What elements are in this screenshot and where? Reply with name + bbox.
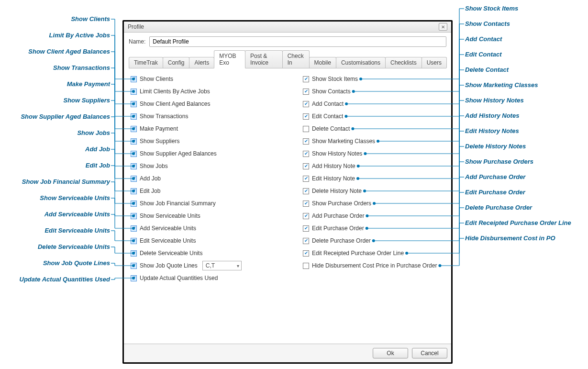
checkbox[interactable]: [131, 176, 137, 182]
checkbox[interactable]: [131, 201, 137, 207]
annotation-label: Update Actual Quantities Used: [20, 276, 111, 283]
check-row: Delete Purchase Order: [303, 235, 446, 246]
checkbox[interactable]: [303, 263, 309, 269]
tab-timetrak[interactable]: TimeTrak: [129, 57, 163, 68]
checkbox[interactable]: [303, 201, 309, 207]
checkbox-label: Show Contacts: [312, 88, 351, 95]
annotation-label: Delete Serviceable Units: [38, 243, 110, 250]
checkbox-label: Edit Serviceable Units: [140, 237, 196, 244]
annotation-label: Edit Serviceable Units: [44, 227, 110, 234]
checkbox[interactable]: [131, 89, 137, 95]
checkbox[interactable]: [131, 138, 137, 145]
checkbox[interactable]: [303, 250, 309, 257]
checkbox-label: Show Marketing Classes: [312, 138, 375, 145]
annotation-label: Edit Receipted Purchase Order Line: [465, 219, 571, 226]
checkbox[interactable]: [303, 113, 309, 120]
checkbox[interactable]: [131, 151, 137, 157]
annotation-label: Show Transactions: [53, 64, 110, 71]
checkbox[interactable]: [131, 225, 137, 232]
annotation-label: Add Job: [85, 145, 110, 153]
checkbox[interactable]: [131, 263, 137, 269]
check-row: Delete Serviceable Units: [131, 247, 274, 259]
checkbox[interactable]: [303, 151, 309, 157]
checkbox-label: Edit Job: [140, 188, 160, 194]
cancel-button[interactable]: Cancel: [412, 348, 447, 358]
check-row: Show Client Aged Balances: [131, 98, 274, 110]
check-row: Edit Receipted Purchase Order Line: [303, 247, 446, 259]
checkbox[interactable]: [131, 250, 137, 257]
checkbox-label: Show Serviceable Units: [140, 212, 200, 219]
check-row: Add Purchase Order: [303, 210, 446, 222]
checkbox-label: Show Stock Items: [312, 76, 358, 82]
checkbox[interactable]: [303, 188, 309, 194]
checkbox-label: Hide Disbursement Cost Price in Purchase…: [312, 262, 437, 269]
checkbox-label: Add Purchase Order: [312, 212, 364, 219]
check-row: Show Marketing Classes: [303, 135, 446, 147]
checkbox[interactable]: [303, 176, 309, 182]
check-row: Limit Clients By Active Jobs: [131, 86, 274, 97]
checkbox-label: Show Job Financial Summary: [140, 200, 216, 207]
tab-config[interactable]: Config: [163, 57, 190, 68]
profile-name-input[interactable]: [149, 36, 446, 47]
annotation-label: Edit Job: [86, 162, 110, 169]
check-row: Edit Contact: [303, 111, 446, 122]
checkbox[interactable]: [303, 238, 309, 244]
checkbox-label: Add Serviceable Units: [140, 225, 196, 232]
close-button[interactable]: ✕: [439, 23, 447, 31]
annotation-label: Delete Purchase Order: [465, 204, 532, 211]
profile-dialog: Profile ✕ Name: TimeTrakConfigAlertsMYOB…: [122, 20, 453, 364]
check-row: Show Suppliers: [131, 135, 274, 147]
annotation-label: Edit Contact: [465, 51, 502, 58]
checkbox[interactable]: [303, 126, 309, 132]
checkbox[interactable]: [131, 76, 137, 82]
checkbox[interactable]: [131, 101, 137, 107]
checkbox[interactable]: [303, 213, 309, 219]
annotation-label: Hide Disbursement Cost in PO: [465, 235, 555, 242]
annotation-label: Show Stock Items: [465, 5, 518, 12]
tab-mobile[interactable]: Mobile: [309, 57, 336, 68]
checkbox[interactable]: [303, 76, 309, 82]
checkbox-label: Delete Contact: [312, 125, 350, 132]
checkbox-label: Edit Receipted Purchase Order Line: [312, 250, 404, 257]
checkbox[interactable]: [131, 188, 137, 194]
checkbox[interactable]: [303, 89, 309, 95]
check-row: Show Purchase Orders: [303, 198, 446, 209]
checkbox-label: Delete Purchase Order: [312, 237, 371, 244]
checkbox[interactable]: [303, 101, 309, 107]
annotation-label: Add Serviceable Units: [44, 211, 110, 218]
checkbox[interactable]: [303, 138, 309, 145]
checkbox-column-right: Show Stock ItemsShow ContactsAdd Contact…: [303, 73, 446, 342]
annotation-label: Delete Contact: [465, 66, 509, 73]
tab-alerts[interactable]: Alerts: [189, 57, 214, 68]
checkbox[interactable]: [303, 163, 309, 169]
tab-customisations[interactable]: Customisations: [336, 57, 386, 68]
checkbox[interactable]: [131, 238, 137, 244]
checkbox[interactable]: [131, 113, 137, 120]
dialog-buttons: Ok Cancel: [124, 344, 451, 362]
checkbox[interactable]: [303, 225, 309, 232]
tab-post-invoice[interactable]: Post & Invoice: [245, 50, 283, 68]
checkbox-label: Show History Notes: [312, 150, 362, 157]
checkbox[interactable]: [131, 163, 137, 169]
checkbox[interactable]: [131, 213, 137, 219]
annotation-label: Show Job Quote Lines: [43, 259, 110, 267]
checkbox-label: Show Supplier Aged Balances: [140, 150, 217, 157]
checkbox-label: Add Job: [140, 175, 161, 182]
checkbox[interactable]: [131, 126, 137, 132]
quote-lines-select[interactable]: C,T▾: [202, 261, 242, 270]
checkbox-label: Show Job Quote Lines: [140, 262, 198, 269]
tab-checklists[interactable]: Checklists: [385, 57, 422, 68]
annotation-label: Edit Purchase Order: [465, 189, 525, 196]
tab-users[interactable]: Users: [422, 57, 447, 68]
tab-check-in[interactable]: Check In: [282, 50, 310, 68]
checkbox[interactable]: [131, 275, 137, 281]
annotation-label: Show Serviceable Units: [40, 194, 110, 201]
check-row: Show History Notes: [303, 148, 446, 159]
tab-myob-exo[interactable]: MYOB Exo: [214, 50, 245, 68]
check-row: Show Stock Items: [303, 73, 446, 85]
annotation-label: Show Suppliers: [63, 97, 110, 104]
name-label: Name:: [129, 38, 145, 45]
checkbox-label: Show Suppliers: [140, 138, 179, 145]
check-row: Add History Note: [303, 160, 446, 172]
ok-button[interactable]: Ok: [373, 348, 408, 358]
